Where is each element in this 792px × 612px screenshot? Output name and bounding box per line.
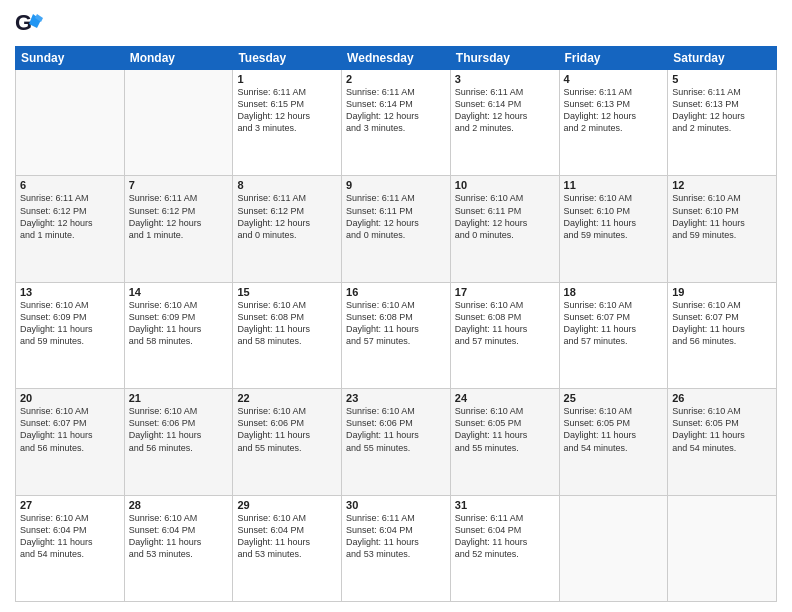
day-info: Sunrise: 6:11 AM Sunset: 6:14 PM Dayligh…: [455, 86, 555, 135]
day-info: Sunrise: 6:11 AM Sunset: 6:14 PM Dayligh…: [346, 86, 446, 135]
day-number: 6: [20, 179, 120, 191]
day-number: 9: [346, 179, 446, 191]
day-number: 2: [346, 73, 446, 85]
calendar-cell: 7Sunrise: 6:11 AM Sunset: 6:12 PM Daylig…: [124, 176, 233, 282]
day-info: Sunrise: 6:11 AM Sunset: 6:15 PM Dayligh…: [237, 86, 337, 135]
day-number: 28: [129, 499, 229, 511]
day-number: 20: [20, 392, 120, 404]
day-info: Sunrise: 6:11 AM Sunset: 6:11 PM Dayligh…: [346, 192, 446, 241]
day-info: Sunrise: 6:10 AM Sunset: 6:09 PM Dayligh…: [20, 299, 120, 348]
calendar-cell: 14Sunrise: 6:10 AM Sunset: 6:09 PM Dayli…: [124, 282, 233, 388]
day-info: Sunrise: 6:11 AM Sunset: 6:04 PM Dayligh…: [455, 512, 555, 561]
logo-icon: G: [15, 10, 43, 38]
calendar-week-1: 1Sunrise: 6:11 AM Sunset: 6:15 PM Daylig…: [16, 70, 777, 176]
day-number: 23: [346, 392, 446, 404]
day-info: Sunrise: 6:10 AM Sunset: 6:08 PM Dayligh…: [346, 299, 446, 348]
calendar-cell: 20Sunrise: 6:10 AM Sunset: 6:07 PM Dayli…: [16, 389, 125, 495]
day-info: Sunrise: 6:10 AM Sunset: 6:04 PM Dayligh…: [237, 512, 337, 561]
calendar-cell: 15Sunrise: 6:10 AM Sunset: 6:08 PM Dayli…: [233, 282, 342, 388]
calendar-cell: [124, 70, 233, 176]
day-number: 13: [20, 286, 120, 298]
calendar-cell: 27Sunrise: 6:10 AM Sunset: 6:04 PM Dayli…: [16, 495, 125, 601]
day-info: Sunrise: 6:10 AM Sunset: 6:04 PM Dayligh…: [129, 512, 229, 561]
day-number: 15: [237, 286, 337, 298]
calendar-cell: 2Sunrise: 6:11 AM Sunset: 6:14 PM Daylig…: [342, 70, 451, 176]
day-info: Sunrise: 6:10 AM Sunset: 6:06 PM Dayligh…: [129, 405, 229, 454]
calendar-table: SundayMondayTuesdayWednesdayThursdayFrid…: [15, 46, 777, 602]
day-number: 10: [455, 179, 555, 191]
day-info: Sunrise: 6:10 AM Sunset: 6:04 PM Dayligh…: [20, 512, 120, 561]
calendar-cell: 25Sunrise: 6:10 AM Sunset: 6:05 PM Dayli…: [559, 389, 668, 495]
calendar-cell: 19Sunrise: 6:10 AM Sunset: 6:07 PM Dayli…: [668, 282, 777, 388]
calendar-cell: 22Sunrise: 6:10 AM Sunset: 6:06 PM Dayli…: [233, 389, 342, 495]
day-number: 5: [672, 73, 772, 85]
day-number: 19: [672, 286, 772, 298]
day-info: Sunrise: 6:10 AM Sunset: 6:10 PM Dayligh…: [672, 192, 772, 241]
calendar-cell: 12Sunrise: 6:10 AM Sunset: 6:10 PM Dayli…: [668, 176, 777, 282]
day-info: Sunrise: 6:11 AM Sunset: 6:12 PM Dayligh…: [237, 192, 337, 241]
day-info: Sunrise: 6:10 AM Sunset: 6:06 PM Dayligh…: [346, 405, 446, 454]
day-info: Sunrise: 6:11 AM Sunset: 6:04 PM Dayligh…: [346, 512, 446, 561]
day-info: Sunrise: 6:10 AM Sunset: 6:08 PM Dayligh…: [237, 299, 337, 348]
day-info: Sunrise: 6:10 AM Sunset: 6:10 PM Dayligh…: [564, 192, 664, 241]
calendar-header-monday: Monday: [124, 47, 233, 70]
day-number: 24: [455, 392, 555, 404]
calendar-cell: 23Sunrise: 6:10 AM Sunset: 6:06 PM Dayli…: [342, 389, 451, 495]
calendar-cell: 3Sunrise: 6:11 AM Sunset: 6:14 PM Daylig…: [450, 70, 559, 176]
day-info: Sunrise: 6:11 AM Sunset: 6:12 PM Dayligh…: [20, 192, 120, 241]
day-number: 22: [237, 392, 337, 404]
calendar-week-4: 20Sunrise: 6:10 AM Sunset: 6:07 PM Dayli…: [16, 389, 777, 495]
day-info: Sunrise: 6:11 AM Sunset: 6:13 PM Dayligh…: [672, 86, 772, 135]
day-info: Sunrise: 6:10 AM Sunset: 6:08 PM Dayligh…: [455, 299, 555, 348]
calendar-cell: 9Sunrise: 6:11 AM Sunset: 6:11 PM Daylig…: [342, 176, 451, 282]
calendar-header-saturday: Saturday: [668, 47, 777, 70]
day-info: Sunrise: 6:10 AM Sunset: 6:05 PM Dayligh…: [564, 405, 664, 454]
calendar-cell: 1Sunrise: 6:11 AM Sunset: 6:15 PM Daylig…: [233, 70, 342, 176]
calendar-cell: [16, 70, 125, 176]
day-number: 21: [129, 392, 229, 404]
calendar-cell: 28Sunrise: 6:10 AM Sunset: 6:04 PM Dayli…: [124, 495, 233, 601]
day-number: 16: [346, 286, 446, 298]
calendar-header-thursday: Thursday: [450, 47, 559, 70]
calendar-cell: 31Sunrise: 6:11 AM Sunset: 6:04 PM Dayli…: [450, 495, 559, 601]
calendar-header-friday: Friday: [559, 47, 668, 70]
logo: G: [15, 10, 45, 38]
calendar-cell: 11Sunrise: 6:10 AM Sunset: 6:10 PM Dayli…: [559, 176, 668, 282]
calendar-cell: [668, 495, 777, 601]
day-info: Sunrise: 6:10 AM Sunset: 6:09 PM Dayligh…: [129, 299, 229, 348]
calendar-header-tuesday: Tuesday: [233, 47, 342, 70]
day-info: Sunrise: 6:11 AM Sunset: 6:13 PM Dayligh…: [564, 86, 664, 135]
calendar-cell: 30Sunrise: 6:11 AM Sunset: 6:04 PM Dayli…: [342, 495, 451, 601]
calendar-cell: 29Sunrise: 6:10 AM Sunset: 6:04 PM Dayli…: [233, 495, 342, 601]
day-info: Sunrise: 6:10 AM Sunset: 6:07 PM Dayligh…: [672, 299, 772, 348]
day-number: 27: [20, 499, 120, 511]
calendar-header-wednesday: Wednesday: [342, 47, 451, 70]
day-number: 17: [455, 286, 555, 298]
day-number: 18: [564, 286, 664, 298]
day-number: 26: [672, 392, 772, 404]
day-number: 25: [564, 392, 664, 404]
calendar-cell: 26Sunrise: 6:10 AM Sunset: 6:05 PM Dayli…: [668, 389, 777, 495]
calendar-cell: 17Sunrise: 6:10 AM Sunset: 6:08 PM Dayli…: [450, 282, 559, 388]
day-number: 1: [237, 73, 337, 85]
day-info: Sunrise: 6:10 AM Sunset: 6:05 PM Dayligh…: [455, 405, 555, 454]
calendar-cell: 10Sunrise: 6:10 AM Sunset: 6:11 PM Dayli…: [450, 176, 559, 282]
day-info: Sunrise: 6:10 AM Sunset: 6:07 PM Dayligh…: [20, 405, 120, 454]
calendar-cell: 18Sunrise: 6:10 AM Sunset: 6:07 PM Dayli…: [559, 282, 668, 388]
day-number: 8: [237, 179, 337, 191]
calendar-cell: 24Sunrise: 6:10 AM Sunset: 6:05 PM Dayli…: [450, 389, 559, 495]
calendar-week-5: 27Sunrise: 6:10 AM Sunset: 6:04 PM Dayli…: [16, 495, 777, 601]
calendar-cell: 8Sunrise: 6:11 AM Sunset: 6:12 PM Daylig…: [233, 176, 342, 282]
calendar-header-row: SundayMondayTuesdayWednesdayThursdayFrid…: [16, 47, 777, 70]
header: G: [15, 10, 777, 38]
calendar-header-sunday: Sunday: [16, 47, 125, 70]
calendar-cell: 6Sunrise: 6:11 AM Sunset: 6:12 PM Daylig…: [16, 176, 125, 282]
calendar-cell: [559, 495, 668, 601]
calendar-week-3: 13Sunrise: 6:10 AM Sunset: 6:09 PM Dayli…: [16, 282, 777, 388]
day-number: 4: [564, 73, 664, 85]
day-number: 31: [455, 499, 555, 511]
calendar-page: G SundayMondayTuesdayWednesdayThursdayFr…: [0, 0, 792, 612]
calendar-cell: 13Sunrise: 6:10 AM Sunset: 6:09 PM Dayli…: [16, 282, 125, 388]
day-number: 11: [564, 179, 664, 191]
calendar-cell: 16Sunrise: 6:10 AM Sunset: 6:08 PM Dayli…: [342, 282, 451, 388]
